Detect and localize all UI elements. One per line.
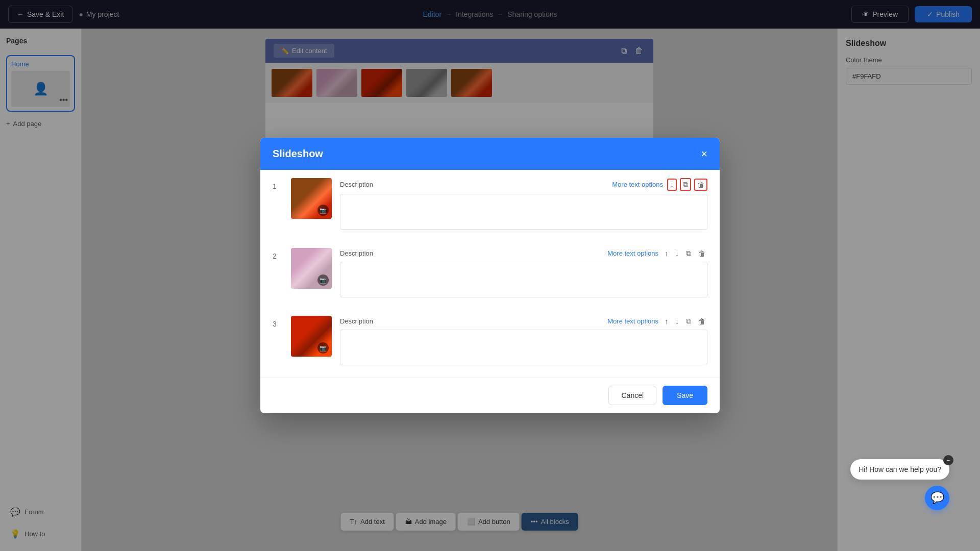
messenger-icon: 💬	[930, 491, 944, 505]
slide-image-2[interactable]: 📷	[291, 248, 332, 289]
more-text-options-1[interactable]: More text options	[612, 181, 663, 188]
chat-message: Hi! How can we help you?	[859, 465, 941, 473]
chat-bubble: Hi! How can we help you? −	[850, 459, 949, 480]
slide-textarea-2[interactable]	[340, 262, 707, 297]
more-text-options-2[interactable]: More text options	[607, 249, 658, 257]
delete-2[interactable]: 🗑	[696, 248, 707, 259]
slide-right-1: Description More text options ↓ ⧉ 🗑	[340, 178, 707, 232]
delete-1[interactable]: 🗑	[694, 179, 707, 191]
slideshow-modal: Slideshow × 1 📷 Description More text op…	[260, 138, 720, 413]
slide-row-3: 3 📷 Description More text options ↑ ↓	[273, 316, 707, 371]
cancel-button[interactable]: Cancel	[608, 386, 656, 405]
slide-actions-3: ↑ ↓ ⧉ 🗑	[663, 316, 707, 327]
slide-desc-label-1: Description	[340, 181, 373, 188]
chat-widget: Hi! How can we help you? − 💬	[850, 459, 949, 510]
save-button[interactable]: Save	[663, 386, 707, 405]
camera-icon-2[interactable]: 📷	[317, 274, 329, 286]
chat-open-button[interactable]: 💬	[925, 486, 949, 510]
modal-header: Slideshow ×	[260, 138, 720, 170]
modal-close-button[interactable]: ×	[701, 148, 707, 160]
modal-footer: Cancel Save	[260, 377, 720, 413]
camera-icon-1[interactable]: 📷	[317, 205, 329, 216]
move-down-1[interactable]: ↓	[667, 179, 677, 191]
slide-right-2: Description More text options ↑ ↓ ⧉ 🗑	[340, 248, 707, 299]
slide-textarea-1[interactable]	[340, 194, 707, 230]
slide-desc-label-2: Description	[340, 249, 373, 257]
slide-actions-2: ↑ ↓ ⧉ 🗑	[663, 248, 707, 259]
duplicate-1[interactable]: ⧉	[680, 178, 691, 191]
modal-body: 1 📷 Description More text options ↓ ⧉	[260, 170, 720, 377]
camera-icon-3[interactable]: 📷	[317, 342, 329, 354]
move-up-3[interactable]: ↑	[663, 316, 670, 327]
slide-row-2: 2 📷 Description More text options ↑ ↓	[273, 248, 707, 304]
slide-image-1[interactable]: 📷	[291, 178, 332, 219]
slide-row-1: 1 📷 Description More text options ↓ ⧉	[273, 178, 707, 236]
move-down-3[interactable]: ↓	[673, 316, 681, 327]
chat-close-button[interactable]: −	[943, 455, 953, 465]
slide-number-3: 3	[273, 316, 283, 328]
duplicate-2[interactable]: ⧉	[684, 248, 693, 259]
move-down-2[interactable]: ↓	[673, 248, 681, 259]
slide-desc-header-3: Description More text options ↑ ↓ ⧉ 🗑	[340, 316, 707, 327]
slide-textarea-3[interactable]	[340, 330, 707, 365]
slide-number-1: 1	[273, 178, 283, 190]
move-up-2[interactable]: ↑	[663, 248, 670, 259]
slide-desc-label-3: Description	[340, 317, 373, 325]
slide-desc-header-1: Description More text options ↓ ⧉ 🗑	[340, 178, 707, 191]
delete-3[interactable]: 🗑	[696, 316, 707, 327]
slide-right-3: Description More text options ↑ ↓ ⧉ 🗑	[340, 316, 707, 367]
slide-actions-1: ↓ ⧉ 🗑	[667, 178, 707, 191]
more-text-options-3[interactable]: More text options	[607, 317, 658, 325]
duplicate-3[interactable]: ⧉	[684, 316, 693, 327]
slide-image-3[interactable]: 📷	[291, 316, 332, 357]
modal-overlay[interactable]: Slideshow × 1 📷 Description More text op…	[0, 0, 980, 551]
slide-desc-header-2: Description More text options ↑ ↓ ⧉ 🗑	[340, 248, 707, 259]
modal-title: Slideshow	[273, 148, 323, 160]
slide-number-2: 2	[273, 248, 283, 260]
